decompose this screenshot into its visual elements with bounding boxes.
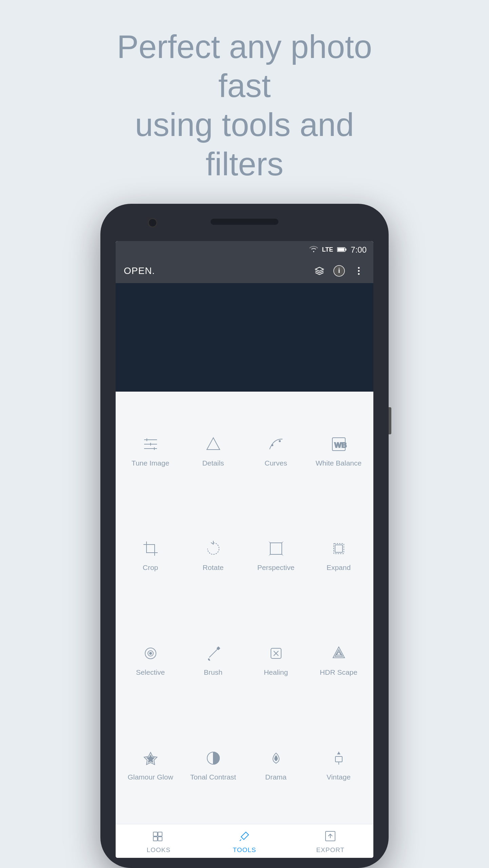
app-bar-icons: i	[313, 264, 365, 277]
svg-rect-47	[158, 837, 162, 841]
tool-brush[interactable]: Brush	[182, 608, 244, 712]
tool-crop[interactable]: Crop	[119, 503, 182, 608]
wb-icon: WB	[329, 434, 349, 454]
brush-icon	[203, 643, 223, 664]
looks-nav-icon	[151, 829, 166, 844]
more-options-icon[interactable]	[352, 264, 365, 277]
phone-top	[100, 204, 389, 241]
bottom-nav: LOOKS TOOLS	[116, 824, 373, 858]
svg-marker-39	[146, 754, 155, 763]
healing-label: Healing	[264, 668, 288, 677]
crop-icon	[140, 538, 161, 559]
drama-icon	[266, 748, 286, 768]
tool-glamour-glow[interactable]: Glamour Glow	[119, 712, 182, 817]
headline-line1: Perfect any photo fast	[117, 28, 372, 104]
tool-selective[interactable]: Selective	[119, 608, 182, 712]
photo-area	[116, 283, 373, 392]
app-bar: OPEN. i	[116, 259, 373, 283]
svg-rect-46	[153, 837, 157, 841]
expand-icon	[329, 538, 349, 559]
svg-rect-20	[270, 543, 282, 554]
svg-rect-1	[338, 248, 345, 251]
app-bar-title: OPEN.	[124, 265, 313, 276]
lte-icon: LTE	[322, 246, 333, 253]
svg-point-16	[279, 440, 281, 442]
svg-line-21	[269, 541, 270, 543]
svg-rect-2	[346, 249, 347, 251]
tools-nav-icon	[237, 829, 252, 844]
svg-point-5	[358, 267, 360, 269]
vintage-label: Vintage	[327, 772, 351, 782]
tool-vintage[interactable]: Vintage	[307, 712, 370, 817]
svg-rect-43	[335, 756, 342, 762]
phone: LTE 7:00 OPEN.	[100, 204, 389, 868]
nav-tools-label: TOOLS	[233, 846, 256, 854]
headline: Perfect any photo fast using tools and f…	[92, 0, 397, 204]
export-nav-icon	[323, 829, 338, 844]
speaker	[211, 219, 278, 225]
wifi-icon	[309, 245, 318, 254]
details-icon	[203, 434, 223, 454]
svg-rect-44	[153, 832, 157, 836]
svg-line-23	[282, 554, 283, 556]
tune-image-icon	[140, 434, 161, 454]
info-icon[interactable]: i	[333, 264, 346, 277]
rotate-icon	[203, 538, 223, 559]
nav-looks-label: LOOKS	[146, 846, 170, 854]
svg-line-24	[269, 554, 270, 556]
hdr-icon	[329, 643, 349, 664]
crop-label: Crop	[143, 563, 158, 572]
svg-line-48	[240, 840, 241, 841]
tool-tune-image[interactable]: Tune Image	[119, 398, 182, 503]
perspective-icon	[266, 538, 286, 559]
tonal-label: Tonal Contrast	[190, 772, 236, 782]
vintage-icon	[329, 748, 349, 768]
curves-label: Curves	[265, 458, 287, 468]
tool-perspective[interactable]: Perspective	[244, 503, 307, 608]
tool-drama[interactable]: Drama	[244, 712, 307, 817]
nav-export[interactable]: EXPORT	[288, 829, 373, 854]
svg-point-29	[150, 652, 152, 654]
perspective-label: Perspective	[257, 563, 295, 572]
nav-export-label: EXPORT	[316, 846, 345, 854]
status-time: 7:00	[351, 245, 367, 255]
tool-rotate[interactable]: Rotate	[182, 503, 244, 608]
svg-point-15	[271, 444, 273, 446]
tools-panel: Tune Image Details	[116, 392, 373, 858]
layers-icon[interactable]	[313, 264, 326, 277]
status-bar: LTE 7:00	[116, 241, 373, 259]
tool-expand[interactable]: Expand	[307, 503, 370, 608]
camera	[148, 218, 157, 228]
svg-text:i: i	[338, 267, 340, 274]
nav-looks[interactable]: LOOKS	[116, 829, 201, 854]
brush-label: Brush	[204, 668, 222, 677]
svg-point-7	[358, 273, 360, 275]
battery-icon	[337, 245, 347, 254]
svg-rect-45	[158, 832, 162, 836]
tool-tonal-contrast[interactable]: Tonal Contrast	[182, 712, 244, 817]
tool-curves[interactable]: Curves	[244, 398, 307, 503]
svg-point-6	[358, 270, 360, 272]
curves-icon	[266, 434, 286, 454]
svg-line-22	[282, 541, 283, 543]
healing-icon	[266, 643, 286, 664]
wb-label: White Balance	[316, 458, 361, 468]
glamour-label: Glamour Glow	[128, 772, 173, 782]
svg-marker-14	[207, 438, 220, 450]
hdr-label: HDR Scape	[320, 668, 357, 677]
tools-grid: Tune Image Details	[116, 392, 373, 824]
headline-line2: using tools and filters	[135, 106, 354, 182]
tool-white-balance[interactable]: WB White Balance	[307, 398, 370, 503]
expand-label: Expand	[327, 563, 351, 572]
tune-image-label: Tune Image	[132, 458, 169, 468]
side-button	[389, 407, 391, 434]
tool-hdr-scape[interactable]: HDR Scape	[307, 608, 370, 712]
svg-text:WB: WB	[334, 441, 347, 449]
drama-label: Drama	[265, 772, 287, 782]
nav-tools[interactable]: TOOLS	[201, 829, 287, 854]
selective-icon	[140, 643, 161, 664]
tool-healing[interactable]: Healing	[244, 608, 307, 712]
svg-rect-26	[335, 545, 343, 552]
tool-details[interactable]: Details	[182, 398, 244, 503]
details-label: Details	[202, 458, 224, 468]
